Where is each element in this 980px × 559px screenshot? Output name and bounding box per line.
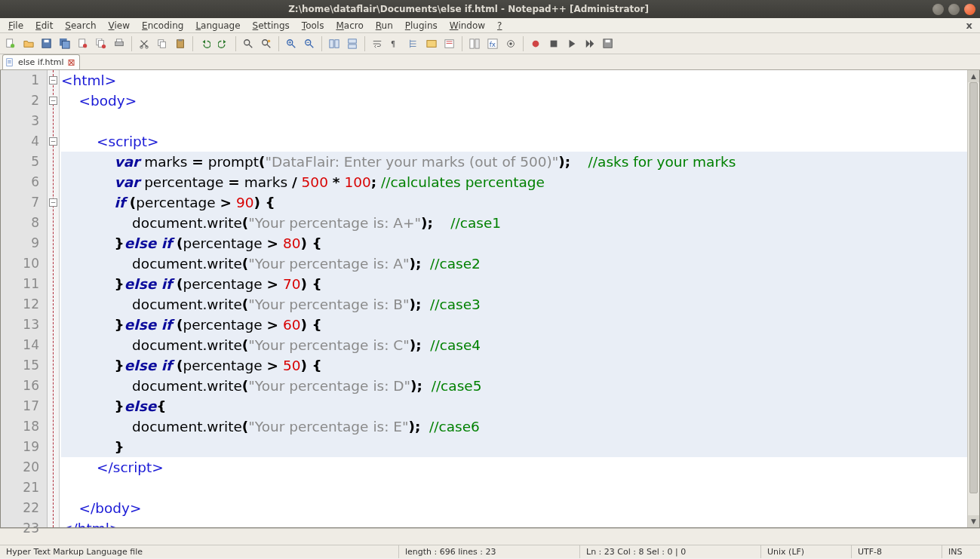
line-number: 21 bbox=[1, 478, 39, 498]
status-eol: Unix (LF) bbox=[761, 545, 852, 558]
svg-point-21 bbox=[268, 39, 271, 42]
wrap-icon[interactable] bbox=[370, 36, 385, 51]
svg-rect-33 bbox=[470, 38, 474, 48]
sync-v-icon[interactable] bbox=[327, 36, 342, 51]
paste-icon[interactable] bbox=[173, 36, 188, 51]
line-number: 10 bbox=[1, 253, 39, 274]
code-line: }else if (percentage > 70) { bbox=[61, 274, 967, 294]
svg-rect-25 bbox=[335, 39, 339, 48]
code-line: <html> bbox=[61, 70, 967, 91]
tab-close-icon[interactable]: ⊠ bbox=[67, 58, 76, 67]
undo-icon[interactable] bbox=[198, 36, 213, 51]
svg-rect-3 bbox=[45, 39, 49, 42]
scroll-thumb[interactable] bbox=[969, 82, 978, 493]
menu-view[interactable]: View bbox=[103, 20, 135, 32]
code-line: if (percentage > 90) { bbox=[61, 192, 967, 213]
fold-toggle-icon[interactable]: − bbox=[49, 198, 57, 207]
redo-icon[interactable] bbox=[216, 36, 231, 51]
replace-icon[interactable] bbox=[259, 36, 274, 51]
play-multi-icon[interactable] bbox=[582, 36, 598, 51]
svg-rect-11 bbox=[115, 41, 124, 45]
code-line: }else if (percentage > 60) { bbox=[61, 315, 967, 335]
copy-icon[interactable] bbox=[155, 36, 170, 51]
play-icon[interactable] bbox=[564, 36, 579, 51]
menu-run[interactable]: Run bbox=[370, 20, 398, 32]
scroll-down-icon[interactable]: ▼ bbox=[968, 515, 979, 527]
svg-text:¶: ¶ bbox=[391, 39, 395, 48]
cut-icon[interactable] bbox=[137, 36, 152, 51]
save-all-icon[interactable] bbox=[57, 36, 72, 51]
tab-else-if[interactable]: else if.html ⊠ bbox=[2, 54, 80, 69]
line-number: 13 bbox=[1, 315, 39, 335]
func-list-icon[interactable]: fx bbox=[485, 36, 500, 51]
stop-icon[interactable] bbox=[546, 36, 561, 51]
lang-icon[interactable] bbox=[424, 36, 439, 51]
close-window-icon[interactable] bbox=[964, 4, 975, 15]
zoom-in-icon[interactable] bbox=[284, 36, 299, 51]
close-doc-x-icon[interactable]: x bbox=[962, 20, 977, 31]
svg-rect-27 bbox=[349, 44, 357, 48]
titlebar: Z:\home\dataflair\Documents\else if.html… bbox=[0, 0, 980, 18]
menu-file[interactable]: File bbox=[3, 20, 29, 32]
code-area[interactable]: <html> <body> <script> var marks = promp… bbox=[60, 70, 967, 527]
svg-rect-18 bbox=[178, 38, 182, 41]
code-line: document.write("Your percentage is: C");… bbox=[61, 335, 967, 355]
indent-guide-icon[interactable] bbox=[406, 36, 421, 51]
status-caret: Ln : 23 Col : 8 Sel : 0 | 0 bbox=[580, 545, 761, 558]
all-chars-icon[interactable]: ¶ bbox=[388, 36, 403, 51]
line-number: 5 bbox=[1, 152, 39, 172]
new-file-icon[interactable] bbox=[3, 36, 18, 51]
status-encoding: UTF-8 bbox=[852, 545, 942, 558]
line-number: 8 bbox=[1, 213, 39, 233]
svg-rect-24 bbox=[330, 39, 333, 48]
line-number: 20 bbox=[1, 457, 39, 478]
menu-?[interactable]: ? bbox=[492, 20, 507, 32]
svg-point-10 bbox=[102, 44, 106, 48]
menu-tools[interactable]: Tools bbox=[296, 20, 330, 32]
svg-text:fx: fx bbox=[490, 40, 496, 48]
line-number: 17 bbox=[1, 396, 39, 416]
code-line: </script> bbox=[61, 457, 967, 478]
folder-icon[interactable] bbox=[442, 36, 457, 51]
line-number: 1 bbox=[1, 70, 39, 91]
save-icon[interactable] bbox=[39, 36, 54, 51]
vertical-scrollbar[interactable]: ▲ ▼ bbox=[967, 70, 979, 527]
record-icon[interactable] bbox=[528, 36, 543, 51]
svg-point-19 bbox=[244, 39, 250, 45]
print-icon[interactable] bbox=[112, 36, 127, 51]
scroll-track[interactable] bbox=[968, 82, 979, 515]
close-icon[interactable] bbox=[75, 36, 91, 51]
save-macro-icon[interactable] bbox=[601, 36, 616, 51]
fold-toggle-icon[interactable]: − bbox=[49, 137, 57, 146]
menu-edit[interactable]: Edit bbox=[30, 20, 58, 32]
fold-toggle-icon[interactable]: − bbox=[49, 97, 57, 105]
svg-rect-29 bbox=[427, 40, 436, 47]
menu-macro[interactable]: Macro bbox=[330, 20, 368, 32]
menu-settings[interactable]: Settings bbox=[247, 20, 295, 32]
code-line: }else if (percentage > 80) { bbox=[61, 233, 967, 253]
menu-language[interactable]: Language bbox=[190, 20, 245, 32]
maximize-icon[interactable] bbox=[948, 4, 960, 15]
fold-column: −−−− bbox=[48, 70, 60, 527]
scroll-up-icon[interactable]: ▲ bbox=[968, 70, 979, 82]
close-all-icon[interactable] bbox=[94, 36, 109, 51]
zoom-out-icon[interactable] bbox=[302, 36, 317, 51]
toolbar: ¶fx bbox=[0, 33, 980, 54]
toolbar-separator bbox=[235, 36, 236, 51]
menu-plugins[interactable]: Plugins bbox=[400, 20, 443, 32]
svg-point-39 bbox=[533, 40, 539, 47]
sync-h-icon[interactable] bbox=[345, 36, 360, 51]
svg-rect-32 bbox=[447, 43, 453, 44]
open-file-icon[interactable] bbox=[21, 36, 36, 51]
status-language: Hyper Text Markup Language file bbox=[0, 545, 399, 558]
minimize-icon[interactable] bbox=[932, 4, 944, 15]
code-line bbox=[61, 478, 967, 498]
menu-window[interactable]: Window bbox=[444, 20, 490, 32]
fold-toggle-icon[interactable]: − bbox=[49, 76, 57, 84]
monitor-icon[interactable] bbox=[503, 36, 518, 51]
doc-map-icon[interactable] bbox=[467, 36, 482, 51]
find-icon[interactable] bbox=[241, 36, 256, 51]
statusbar: Hyper Text Markup Language file length :… bbox=[0, 545, 980, 558]
menu-search[interactable]: Search bbox=[60, 20, 101, 32]
menu-encoding[interactable]: Encoding bbox=[137, 20, 189, 32]
